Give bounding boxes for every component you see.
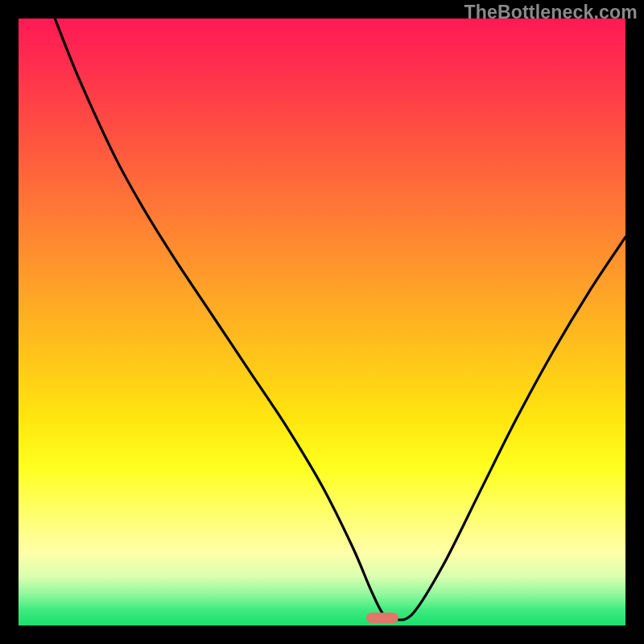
- curve-path: [55, 19, 625, 620]
- optimal-marker: [366, 613, 398, 623]
- bottleneck-curve: [19, 19, 625, 625]
- chart-frame: TheBottleneck.com: [0, 0, 644, 644]
- plot-area: [19, 19, 625, 625]
